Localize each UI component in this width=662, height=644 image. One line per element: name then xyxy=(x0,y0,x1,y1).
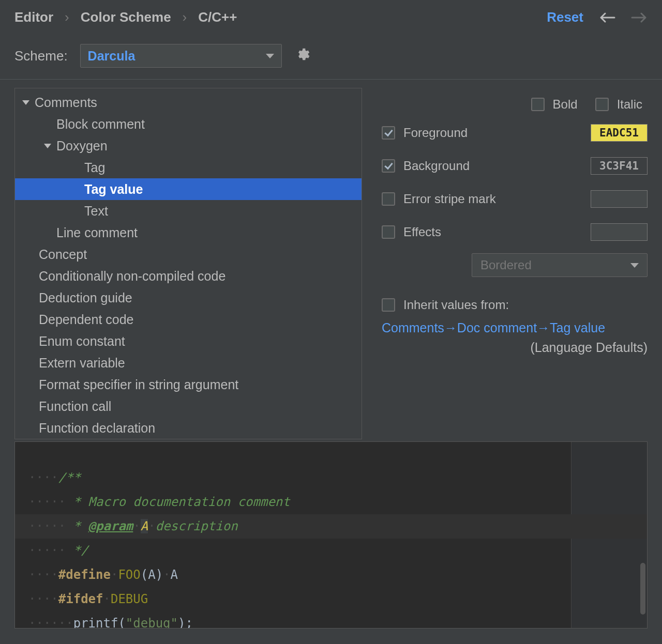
tree-label: Tag value xyxy=(84,178,143,200)
tree-item-text[interactable]: Text xyxy=(15,200,362,222)
background-checkbox[interactable] xyxy=(382,159,395,173)
t: printf( xyxy=(73,616,126,628)
tree-label: Dependent code xyxy=(39,309,133,330)
tree-label: Extern variable xyxy=(39,352,125,374)
tree-item-block-comment[interactable]: Block comment xyxy=(15,113,362,135)
bold-checkbox[interactable] xyxy=(531,98,545,111)
chevron-right-icon: › xyxy=(183,9,187,25)
t: */ xyxy=(66,543,88,558)
chevron-down-icon xyxy=(266,54,274,58)
attribute-panel: Bold Italic Foreground EADC51 Background… xyxy=(382,88,648,441)
tree-item-fn-decl[interactable]: Function declaration xyxy=(15,417,362,439)
tree-item-comments[interactable]: Comments xyxy=(15,91,362,113)
chevron-down-icon xyxy=(630,263,639,268)
tree-label: Line comment xyxy=(56,222,138,243)
bold-label: Bold xyxy=(553,97,578,112)
code-preview[interactable]: ····/** ····· * Macro documentation comm… xyxy=(14,441,648,628)
tree-item-line-comment[interactable]: Line comment xyxy=(15,222,362,243)
effects-select[interactable]: Bordered xyxy=(472,253,648,277)
t: FOO xyxy=(118,568,140,582)
tree-item-doxygen[interactable]: Doxygen xyxy=(15,135,362,157)
code: ····/** ····· * Macro documentation comm… xyxy=(15,442,647,628)
tree-item-concept[interactable]: Concept xyxy=(15,243,362,265)
tree-label: Format specifier in string argument xyxy=(39,374,238,395)
error-stripe-swatch[interactable] xyxy=(591,190,648,208)
doxygen-tag-value: A xyxy=(141,519,148,533)
tree-item-deduction[interactable]: Deduction guide xyxy=(15,287,362,309)
foreground-checkbox[interactable] xyxy=(382,126,395,140)
chevron-right-icon: › xyxy=(65,9,69,25)
forward-icon xyxy=(631,11,648,24)
tree-item-fn-call[interactable]: Function call xyxy=(15,395,362,417)
tree-item-cond[interactable]: Conditionally non-compiled code xyxy=(15,265,362,287)
italic-label: Italic xyxy=(617,97,642,112)
background-label: Background xyxy=(403,159,470,173)
tree-label: Doxygen xyxy=(56,135,108,157)
tree-label: Text xyxy=(84,200,108,222)
tree-item-extern[interactable]: Extern variable xyxy=(15,352,362,374)
tree-item-tag[interactable]: Tag xyxy=(15,157,362,178)
doxygen-tag: @param xyxy=(88,519,133,533)
tree-item-format-spec[interactable]: Format specifier in string argument xyxy=(15,374,362,395)
background-swatch[interactable]: 3C3F41 xyxy=(591,157,648,175)
effects-checkbox[interactable] xyxy=(382,225,395,239)
reset-link[interactable]: Reset xyxy=(547,9,583,25)
tree-label: Function declaration xyxy=(39,417,155,439)
t: * xyxy=(66,495,88,509)
main: Comments Block comment Doxygen Tag Tag v… xyxy=(0,80,662,441)
foreground-swatch[interactable]: EADC51 xyxy=(591,124,648,142)
tree-label: Function call xyxy=(39,395,111,417)
breadcrumb-editor[interactable]: Editor xyxy=(14,9,53,25)
tree-label: Conditionally non-compiled code xyxy=(39,265,225,287)
tree-item-enum[interactable]: Enum constant xyxy=(15,330,362,352)
t: (A) xyxy=(141,568,163,582)
tree-item-global[interactable]: Global variable xyxy=(15,439,362,439)
tree-label: Tag xyxy=(84,157,105,178)
effects-label: Effects xyxy=(403,225,441,239)
attribute-tree[interactable]: Comments Block comment Doxygen Tag Tag v… xyxy=(14,88,362,439)
t: * xyxy=(66,519,88,533)
scheme-label: Scheme: xyxy=(14,48,68,64)
scheme-value: Darcula xyxy=(88,49,136,64)
error-stripe-checkbox[interactable] xyxy=(382,192,395,206)
breadcrumb-color-scheme[interactable]: Color Scheme xyxy=(81,9,171,25)
breadcrumb-cpp[interactable]: C/C++ xyxy=(198,9,237,25)
inherit-checkbox[interactable] xyxy=(382,298,395,312)
inherit-label: Inherit values from: xyxy=(403,298,509,312)
tree-item-tag-value[interactable]: Tag value xyxy=(15,178,362,200)
t: ); xyxy=(178,616,193,628)
inherit-link[interactable]: Comments→Doc comment→Tag value xyxy=(382,318,648,337)
tree-label: Deduction guide xyxy=(39,287,132,309)
effects-select-value: Bordered xyxy=(480,258,532,272)
t: A xyxy=(171,568,178,582)
italic-checkbox[interactable] xyxy=(595,98,609,111)
tree-item-dependent[interactable]: Dependent code xyxy=(15,309,362,330)
t: #define xyxy=(58,568,111,582)
inherit-sub: (Language Defaults) xyxy=(382,340,648,355)
scheme-select[interactable]: Darcula xyxy=(80,44,282,68)
chevron-down-icon xyxy=(44,144,51,148)
t: description xyxy=(156,519,238,533)
top-actions: Reset xyxy=(547,9,648,25)
t: DEBUG xyxy=(111,592,148,606)
gear-icon[interactable] xyxy=(294,47,310,65)
tree-label: Enum constant xyxy=(39,330,125,352)
chevron-down-icon xyxy=(22,100,29,105)
t: Macro documentation comment xyxy=(88,495,290,509)
scheme-row: Scheme: Darcula xyxy=(0,41,662,80)
error-stripe-label: Error stripe mark xyxy=(403,192,496,206)
foreground-label: Foreground xyxy=(403,126,468,140)
breadcrumb: Editor › Color Scheme › C/C++ xyxy=(14,9,237,25)
tree-label: Comments xyxy=(35,91,97,113)
topbar: Editor › Color Scheme › C/C++ Reset xyxy=(0,0,662,41)
tree-label: Global variable xyxy=(39,439,125,439)
t: /** xyxy=(58,470,81,485)
back-icon[interactable] xyxy=(599,11,615,24)
t: #ifdef xyxy=(58,592,103,606)
effects-swatch[interactable] xyxy=(591,223,648,241)
tree-label: Concept xyxy=(39,243,87,265)
tree-label: Block comment xyxy=(56,113,145,135)
t: "debug" xyxy=(126,616,178,628)
